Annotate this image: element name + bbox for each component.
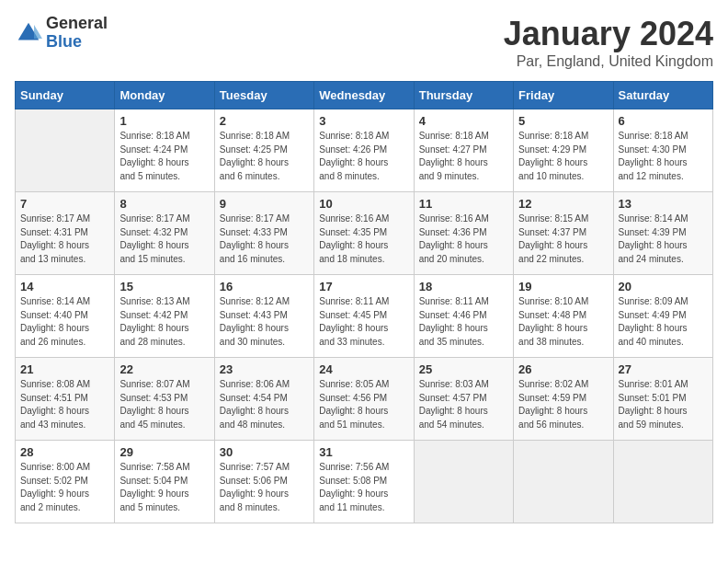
- day-info: Sunrise: 8:03 AM Sunset: 4:57 PM Dayligh…: [419, 378, 508, 431]
- header-day-wednesday: Wednesday: [314, 82, 414, 109]
- day-number: 1: [119, 114, 209, 128]
- day-number: 8: [119, 197, 209, 211]
- day-info: Sunrise: 8:18 AM Sunset: 4:24 PM Dayligh…: [119, 130, 209, 183]
- calendar-cell: 5Sunrise: 8:18 AM Sunset: 4:29 PM Daylig…: [514, 109, 613, 192]
- day-info: Sunrise: 8:09 AM Sunset: 4:49 PM Dayligh…: [619, 295, 708, 349]
- calendar-cell: 15Sunrise: 8:13 AM Sunset: 4:42 PM Dayli…: [115, 275, 214, 358]
- header-day-friday: Friday: [514, 82, 613, 109]
- day-number: 20: [619, 280, 708, 293]
- calendar-week-row: 1Sunrise: 8:18 AM Sunset: 4:24 PM Daylig…: [16, 109, 713, 192]
- day-info: Sunrise: 8:18 AM Sunset: 4:26 PM Dayligh…: [319, 130, 408, 183]
- calendar-cell: 18Sunrise: 8:11 AM Sunset: 4:46 PM Dayli…: [414, 275, 513, 358]
- calendar-cell: [16, 109, 115, 192]
- day-info: Sunrise: 8:06 AM Sunset: 4:54 PM Dayligh…: [220, 378, 309, 431]
- day-number: 11: [419, 197, 508, 211]
- day-number: 2: [220, 114, 309, 128]
- day-number: 6: [619, 114, 708, 128]
- day-number: 18: [419, 280, 508, 293]
- calendar-cell: 24Sunrise: 8:05 AM Sunset: 4:56 PM Dayli…: [314, 358, 414, 441]
- day-number: 5: [518, 114, 608, 128]
- logo-text: General Blue: [46, 15, 108, 52]
- day-info: Sunrise: 8:14 AM Sunset: 4:39 PM Dayligh…: [619, 213, 708, 266]
- calendar-cell: 21Sunrise: 8:08 AM Sunset: 4:51 PM Dayli…: [16, 358, 115, 441]
- calendar-cell: 8Sunrise: 8:17 AM Sunset: 4:32 PM Daylig…: [115, 192, 214, 275]
- calendar-cell: 3Sunrise: 8:18 AM Sunset: 4:26 PM Daylig…: [314, 109, 414, 192]
- header-day-monday: Monday: [115, 82, 214, 109]
- header-day-tuesday: Tuesday: [214, 82, 313, 109]
- day-info: Sunrise: 8:05 AM Sunset: 4:56 PM Dayligh…: [319, 378, 408, 431]
- day-number: 21: [20, 362, 109, 376]
- day-number: 17: [319, 280, 408, 293]
- calendar-subtitle: Par, England, United Kingdom: [504, 53, 713, 70]
- day-info: Sunrise: 8:02 AM Sunset: 4:59 PM Dayligh…: [518, 378, 608, 431]
- header-day-thursday: Thursday: [414, 82, 513, 109]
- day-info: Sunrise: 8:16 AM Sunset: 4:36 PM Dayligh…: [419, 213, 508, 266]
- day-number: 22: [119, 362, 209, 376]
- calendar-cell: 26Sunrise: 8:02 AM Sunset: 4:59 PM Dayli…: [514, 358, 613, 441]
- calendar-table: SundayMondayTuesdayWednesdayThursdayFrid…: [15, 81, 713, 523]
- day-number: 23: [220, 362, 309, 376]
- calendar-cell: 16Sunrise: 8:12 AM Sunset: 4:43 PM Dayli…: [214, 275, 313, 358]
- day-number: 25: [419, 362, 508, 376]
- day-info: Sunrise: 8:15 AM Sunset: 4:37 PM Dayligh…: [518, 213, 608, 266]
- calendar-cell: 17Sunrise: 8:11 AM Sunset: 4:45 PM Dayli…: [314, 275, 414, 358]
- calendar-cell: 14Sunrise: 8:14 AM Sunset: 4:40 PM Dayli…: [16, 275, 115, 358]
- day-number: 30: [220, 445, 309, 459]
- day-number: 29: [119, 445, 209, 459]
- day-info: Sunrise: 8:11 AM Sunset: 4:45 PM Dayligh…: [319, 295, 408, 349]
- logo-icon: [15, 19, 42, 47]
- day-info: Sunrise: 8:18 AM Sunset: 4:29 PM Dayligh…: [518, 130, 608, 183]
- calendar-cell: 22Sunrise: 8:07 AM Sunset: 4:53 PM Dayli…: [115, 358, 214, 441]
- day-info: Sunrise: 8:18 AM Sunset: 4:27 PM Dayligh…: [419, 130, 508, 183]
- calendar-cell: 27Sunrise: 8:01 AM Sunset: 5:01 PM Dayli…: [613, 358, 712, 441]
- day-info: Sunrise: 7:57 AM Sunset: 5:06 PM Dayligh…: [220, 461, 309, 514]
- calendar-cell: 23Sunrise: 8:06 AM Sunset: 4:54 PM Dayli…: [214, 358, 313, 441]
- day-number: 28: [20, 445, 109, 459]
- calendar-cell: 1Sunrise: 8:18 AM Sunset: 4:24 PM Daylig…: [115, 109, 214, 192]
- calendar-cell: 31Sunrise: 7:56 AM Sunset: 5:08 PM Dayli…: [314, 441, 414, 523]
- calendar-cell: 30Sunrise: 7:57 AM Sunset: 5:06 PM Dayli…: [214, 441, 313, 523]
- title-area: January 2024 Par, England, United Kingdo…: [504, 15, 713, 70]
- day-info: Sunrise: 8:17 AM Sunset: 4:31 PM Dayligh…: [20, 213, 109, 266]
- day-number: 31: [319, 445, 408, 459]
- calendar-week-row: 7Sunrise: 8:17 AM Sunset: 4:31 PM Daylig…: [16, 192, 713, 275]
- header: General Blue January 2024 Par, England, …: [15, 15, 713, 70]
- day-info: Sunrise: 8:00 AM Sunset: 5:02 PM Dayligh…: [20, 461, 109, 514]
- day-info: Sunrise: 8:01 AM Sunset: 5:01 PM Dayligh…: [619, 378, 708, 431]
- logo-general-text: General: [46, 15, 108, 33]
- day-number: 19: [518, 280, 608, 293]
- day-info: Sunrise: 8:14 AM Sunset: 4:40 PM Dayligh…: [20, 295, 109, 349]
- logo: General Blue: [15, 15, 108, 52]
- calendar-cell: 20Sunrise: 8:09 AM Sunset: 4:49 PM Dayli…: [613, 275, 712, 358]
- day-number: 16: [220, 280, 309, 293]
- calendar-cell: 13Sunrise: 8:14 AM Sunset: 4:39 PM Dayli…: [613, 192, 712, 275]
- calendar-cell: 25Sunrise: 8:03 AM Sunset: 4:57 PM Dayli…: [414, 358, 513, 441]
- day-info: Sunrise: 7:58 AM Sunset: 5:04 PM Dayligh…: [119, 461, 209, 514]
- calendar-cell: 19Sunrise: 8:10 AM Sunset: 4:48 PM Dayli…: [514, 275, 613, 358]
- day-number: 26: [518, 362, 608, 376]
- logo-blue-text: Blue: [46, 33, 108, 52]
- calendar-header-row: SundayMondayTuesdayWednesdayThursdayFrid…: [16, 82, 713, 109]
- day-number: 7: [20, 197, 109, 211]
- day-info: Sunrise: 8:11 AM Sunset: 4:46 PM Dayligh…: [419, 295, 508, 349]
- calendar-cell: 11Sunrise: 8:16 AM Sunset: 4:36 PM Dayli…: [414, 192, 513, 275]
- svg-marker-1: [34, 25, 42, 39]
- day-number: 9: [220, 197, 309, 211]
- day-number: 3: [319, 114, 408, 128]
- calendar-cell: [514, 441, 613, 523]
- day-number: 10: [319, 197, 408, 211]
- calendar-cell: 29Sunrise: 7:58 AM Sunset: 5:04 PM Dayli…: [115, 441, 214, 523]
- calendar-cell: 4Sunrise: 8:18 AM Sunset: 4:27 PM Daylig…: [414, 109, 513, 192]
- day-info: Sunrise: 8:18 AM Sunset: 4:25 PM Dayligh…: [220, 130, 309, 183]
- calendar-cell: 7Sunrise: 8:17 AM Sunset: 4:31 PM Daylig…: [16, 192, 115, 275]
- day-info: Sunrise: 8:17 AM Sunset: 4:32 PM Dayligh…: [119, 213, 209, 266]
- day-info: Sunrise: 8:07 AM Sunset: 4:53 PM Dayligh…: [119, 378, 209, 431]
- day-info: Sunrise: 8:13 AM Sunset: 4:42 PM Dayligh…: [119, 295, 209, 349]
- calendar-cell: 28Sunrise: 8:00 AM Sunset: 5:02 PM Dayli…: [16, 441, 115, 523]
- calendar-week-row: 14Sunrise: 8:14 AM Sunset: 4:40 PM Dayli…: [16, 275, 713, 358]
- day-number: 4: [419, 114, 508, 128]
- day-info: Sunrise: 8:16 AM Sunset: 4:35 PM Dayligh…: [319, 213, 408, 266]
- calendar-title: January 2024: [504, 15, 713, 53]
- day-info: Sunrise: 7:56 AM Sunset: 5:08 PM Dayligh…: [319, 461, 408, 514]
- header-day-sunday: Sunday: [16, 82, 115, 109]
